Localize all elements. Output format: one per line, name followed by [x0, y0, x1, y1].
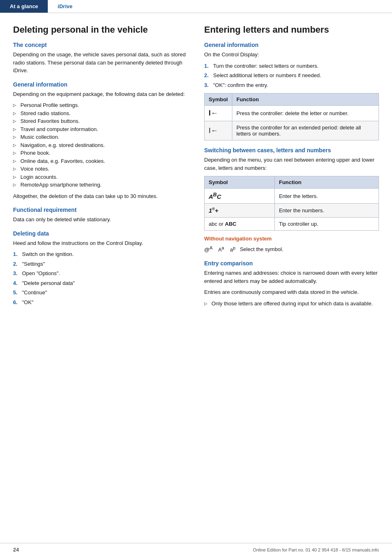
deleting-data-body: Heed and follow the instructions on the … — [13, 239, 188, 247]
table-row: ABC Enter the letters. — [205, 189, 379, 204]
table-cell-symbol: I← — [205, 121, 232, 140]
list-item: Open "Options". — [13, 269, 188, 278]
table-cell-symbol: 1®+ — [205, 204, 275, 218]
table-row: I← Press the controller: delete the lett… — [205, 106, 379, 121]
list-item: "Delete personal data" — [13, 279, 188, 287]
general-info-steps: Turn the controller: select letters or n… — [204, 62, 379, 89]
table-cell-function: Press the controller for an extended per… — [232, 121, 379, 140]
list-item: Stored radio stations. — [13, 109, 188, 118]
symbol-function-table-1: Symbol Function I← Press the controller:… — [204, 93, 379, 140]
without-nav-text: Select the symbol. — [240, 247, 283, 253]
without-nav-heading: Without navigation system — [204, 236, 379, 242]
nav-symbol-2: Aa — [218, 247, 224, 253]
without-nav-line: @A Aa ap Select the symbol. — [204, 244, 379, 254]
right-column: Entering letters and numbers General inf… — [204, 24, 379, 311]
left-column: Deleting personal in the vehicle The con… — [13, 24, 188, 311]
copyright-text: Online Edition for Part no. 01 40 2 954 … — [253, 547, 379, 552]
functional-req-body: Data can only be deleted while stationar… — [13, 216, 188, 224]
table-header-symbol: Symbol — [205, 176, 275, 189]
table-header-symbol: Symbol — [205, 93, 232, 106]
table-row: I← Press the controller for an extended … — [205, 121, 379, 140]
table-header-function: Function — [275, 176, 379, 189]
list-item: Phone book. — [13, 149, 188, 157]
entry-comparison-body-1: Entering names and addresses: choice is … — [204, 269, 379, 285]
entry-comparison-bullets: Only those letters are offered during in… — [204, 300, 379, 308]
left-main-title: Deleting personal in the vehicle — [13, 24, 188, 35]
list-item: Travel and computer information. — [13, 125, 188, 133]
switching-heading: Switching between cases, letters and num… — [204, 147, 379, 153]
list-item: RemoteApp smartphone tethering. — [13, 181, 188, 189]
footer: 24 Online Edition for Part no. 01 40 2 9… — [0, 543, 392, 556]
list-item: "Continue" — [13, 289, 188, 297]
top-navigation: At a glance iDrive — [0, 0, 392, 13]
entry-comparison-body-2: Entries are continuously compared with d… — [204, 288, 379, 296]
list-item: "OK" — [13, 298, 188, 307]
deleting-data-heading: Deleting data — [13, 230, 188, 237]
table-cell-function: Press the controller: delete the letter … — [232, 106, 379, 121]
entry-comparison-heading: Entry comparison — [204, 260, 379, 267]
functional-req-heading: Functional requirement — [13, 207, 188, 213]
switching-body: Depending on the menu, you can reel betw… — [204, 156, 379, 172]
tab-at-a-glance[interactable]: At a glance — [0, 0, 48, 13]
table-cell-function: Tip controller up. — [275, 218, 379, 231]
table-cell-symbol: I← — [205, 106, 232, 121]
general-info-intro: On the Control Display: — [204, 51, 379, 59]
list-item: Navigation, e.g. stored destinations. — [13, 141, 188, 149]
list-item: "OK": confirm the entry. — [204, 81, 379, 89]
list-item: Personal Profile settings. — [13, 101, 188, 109]
list-item: Online data, e.g. Favorites, cookies. — [13, 157, 188, 165]
general-info-heading-right: General information — [204, 42, 379, 48]
list-item: Turn the controller: select letters or n… — [204, 62, 379, 70]
table-cell-function: Enter the letters. — [275, 189, 379, 204]
list-item: Switch on the ignition. — [13, 250, 188, 258]
general-info-body: Depending on the equipment package, the … — [13, 90, 188, 98]
general-info-heading-left: General information — [13, 81, 188, 88]
nav-symbol-3: ap — [230, 247, 235, 253]
table-cell-symbol: ABC — [205, 189, 275, 204]
list-item: Music collection. — [13, 133, 188, 141]
tab-idrive[interactable]: iDrive — [48, 0, 82, 13]
cases-table: Symbol Function ABC Enter the letters. 1… — [204, 176, 379, 231]
deletion-note: Altogether, the deletion of the data can… — [13, 192, 188, 200]
main-content: Deleting personal in the vehicle The con… — [0, 13, 392, 335]
table-row: abc or ABC Tip controller up. — [205, 218, 379, 231]
list-item: "Settings" — [13, 260, 188, 268]
list-item: Select additional letters or numbers if … — [204, 71, 379, 80]
list-item: Voice notes. — [13, 165, 188, 173]
concept-heading: The concept — [13, 42, 188, 48]
list-item: Login accounts. — [13, 173, 188, 181]
page-number: 24 — [13, 547, 19, 553]
table-cell-symbol: abc or ABC — [205, 218, 275, 231]
table-row: 1®+ Enter the numbers. — [205, 204, 379, 218]
list-item: Stored Favorites buttons. — [13, 117, 188, 125]
table-header-function: Function — [232, 93, 379, 106]
right-main-title: Entering letters and numbers — [204, 24, 379, 35]
table-cell-function: Enter the numbers. — [275, 204, 379, 218]
nav-symbol-1: @A — [204, 247, 212, 253]
concept-body: Depending on the usage, the vehicle save… — [13, 51, 188, 75]
steps-list: Switch on the ignition. "Settings" Open … — [13, 250, 188, 306]
list-item: Only those letters are offered during in… — [204, 300, 379, 308]
bullet-list: Personal Profile settings. Stored radio … — [13, 101, 188, 189]
